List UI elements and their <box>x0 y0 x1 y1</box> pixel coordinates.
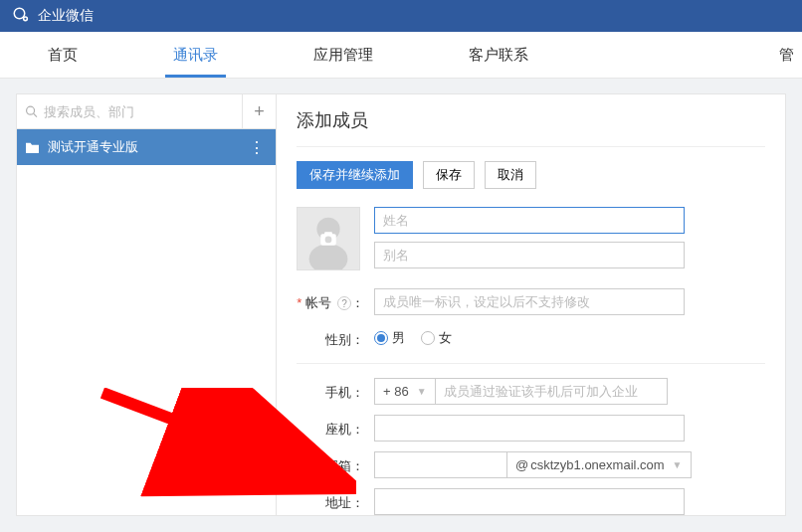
avatar-upload[interactable] <box>297 207 360 270</box>
svg-rect-9 <box>324 232 332 235</box>
chevron-down-icon: ▼ <box>673 459 683 470</box>
radio-icon <box>374 331 388 345</box>
label-phone: 手机： <box>297 378 374 402</box>
folder-icon <box>25 141 40 154</box>
app-title: 企业微信 <box>38 7 94 25</box>
search-input[interactable] <box>44 104 234 119</box>
org-tree-item[interactable]: 测试开通专业版 ⋮ <box>17 129 276 165</box>
radio-icon <box>421 331 435 345</box>
label-account: *帐号 ?： <box>297 288 374 312</box>
tel-input[interactable] <box>374 415 685 442</box>
svg-point-8 <box>325 237 332 244</box>
avatar-placeholder-icon <box>298 208 359 269</box>
svg-line-3 <box>34 113 37 116</box>
svg-point-1 <box>24 16 28 20</box>
label-gender: 性别： <box>297 325 374 349</box>
country-code-select[interactable]: + 86 ▼ <box>374 378 435 405</box>
content-panel: 添加成员 保存并继续添加 保存 取消 <box>277 93 786 516</box>
page-title: 添加成员 <box>297 108 765 147</box>
label-address: 地址： <box>297 488 374 512</box>
tab-customers[interactable]: 客户联系 <box>461 32 536 78</box>
address-input[interactable] <box>374 488 685 515</box>
main-nav: 首页 通讯录 应用管理 客户联系 管 <box>0 32 802 78</box>
org-sidebar: + 测试开通专业版 ⋮ <box>16 93 277 516</box>
alias-input[interactable] <box>374 242 685 268</box>
save-continue-button[interactable]: 保存并继续添加 <box>297 161 413 189</box>
search-icon <box>25 104 38 118</box>
tab-manage-partial[interactable]: 管 <box>771 32 802 78</box>
email-local-input[interactable] <box>374 451 507 478</box>
email-domain-select[interactable]: @ csktzyb1.onexmail.com ▼ <box>507 451 692 478</box>
cancel-button[interactable]: 取消 <box>485 161 536 189</box>
chevron-down-icon: ▼ <box>417 386 427 397</box>
account-input[interactable] <box>374 288 685 315</box>
tab-home[interactable]: 首页 <box>40 32 86 78</box>
tab-contacts[interactable]: 通讯录 <box>165 32 226 78</box>
add-org-button[interactable]: + <box>242 94 276 128</box>
app-topbar: 企业微信 <box>0 0 802 32</box>
phone-input[interactable] <box>435 378 668 405</box>
tab-apps[interactable]: 应用管理 <box>305 32 381 78</box>
radio-female[interactable]: 女 <box>421 329 452 347</box>
save-button[interactable]: 保存 <box>423 161 475 189</box>
search-box[interactable] <box>17 98 242 125</box>
svg-rect-6 <box>309 245 348 269</box>
radio-male[interactable]: 男 <box>374 329 405 347</box>
name-input[interactable] <box>374 207 685 234</box>
org-item-more-icon[interactable]: ⋮ <box>246 138 268 157</box>
label-tel: 座机： <box>297 415 374 439</box>
svg-point-0 <box>14 8 25 19</box>
svg-point-2 <box>27 106 35 114</box>
wecom-logo-icon <box>12 6 30 27</box>
label-email: 邮箱： <box>297 451 374 475</box>
help-icon[interactable]: ? <box>337 296 351 310</box>
org-item-label: 测试开通专业版 <box>48 138 238 156</box>
